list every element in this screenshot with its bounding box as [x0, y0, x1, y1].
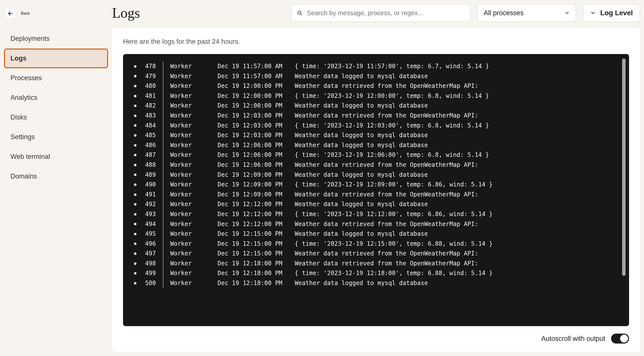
log-process: Worker [170, 72, 218, 82]
log-row: 495WorkerDec 19 12:15:00 PMWeather data … [130, 229, 629, 239]
log-process: Worker [170, 200, 218, 209]
sidebar-item-disks[interactable]: Disks [4, 108, 108, 127]
sidebar-item-analytics[interactable]: Analytics [4, 88, 108, 108]
log-timestamp: Dec 19 12:09:00 PM [218, 180, 295, 190]
sidebar-item-domains[interactable]: Domains [4, 166, 108, 186]
log-row: 479WorkerDec 19 11:57:00 AMWeather data … [130, 72, 629, 82]
search-input[interactable] [307, 9, 465, 17]
back-button[interactable] [5, 8, 16, 19]
log-scroll-area[interactable]: 478WorkerDec 19 11:57:00 AM{ time: '2023… [130, 62, 629, 319]
bullet-icon [134, 174, 136, 176]
log-message: Weather data logged to mysql database [295, 101, 428, 111]
log-row: 500WorkerDec 19 12:18:00 PMWeather data … [130, 278, 629, 288]
log-process: Worker [170, 239, 218, 249]
bullet-icon [134, 223, 136, 225]
sidebar-item-settings[interactable]: Settings [4, 127, 108, 147]
autoscroll-toggle[interactable] [611, 334, 629, 344]
back-label: Back [21, 11, 30, 16]
bullet-icon [134, 144, 136, 147]
log-row: 496WorkerDec 19 12:15:00 PM{ time: '2023… [130, 239, 629, 249]
log-timestamp: Dec 19 12:12:00 PM [218, 209, 295, 219]
log-message: Weather data logged to mysql database [295, 229, 428, 239]
log-timestamp: Dec 19 12:12:00 PM [218, 200, 295, 209]
separator [163, 209, 163, 219]
log-message: { time: '2023-12-19 12:06:00', temp: 6.8… [295, 150, 489, 160]
log-process: Worker [170, 170, 218, 180]
sidebar-item-deployments[interactable]: Deployments [4, 29, 108, 48]
log-message: Weather data logged to mysql database [295, 200, 428, 209]
log-line-number: 486 [141, 140, 156, 150]
chevron-down-icon [564, 10, 570, 16]
page-title: Logs [112, 5, 140, 21]
log-message: Weather data retrieved from the OpenWeat… [295, 81, 478, 91]
log-message: Weather data logged to mysql database [295, 130, 428, 140]
bullet-icon [134, 65, 136, 68]
log-process: Worker [170, 160, 218, 170]
bullet-icon [134, 262, 136, 265]
separator [163, 200, 163, 209]
log-process: Worker [170, 81, 218, 91]
log-timestamp: Dec 19 12:00:00 PM [218, 91, 295, 101]
separator [163, 268, 163, 278]
log-message: { time: '2023-12-19 12:03:00', temp: 6.8… [295, 121, 489, 131]
separator [163, 180, 163, 190]
process-filter-value: All processes [484, 9, 524, 17]
log-process: Worker [170, 268, 218, 278]
main: Logs All processes Log Level Here are th… [112, 0, 644, 356]
log-row: 494WorkerDec 19 12:12:00 PMWeather data … [130, 219, 629, 229]
separator [163, 229, 163, 239]
log-line-number: 493 [141, 209, 156, 219]
sidebar-item-web-terminal[interactable]: Web terminal [4, 147, 108, 166]
log-line-number: 491 [141, 190, 156, 200]
svg-point-1 [298, 11, 301, 14]
log-row: 493WorkerDec 19 12:12:00 PM{ time: '2023… [130, 209, 629, 219]
log-line-number: 482 [141, 101, 156, 111]
separator [163, 259, 163, 268]
bullet-icon [134, 242, 136, 245]
log-timestamp: Dec 19 12:03:00 PM [218, 121, 295, 131]
log-process: Worker [170, 249, 218, 259]
sidebar-item-label: Deployments [10, 35, 50, 42]
log-row: 483WorkerDec 19 12:03:00 PMWeather data … [130, 111, 629, 121]
sidebar-item-logs[interactable]: Logs [4, 48, 108, 68]
log-row: 497WorkerDec 19 12:15:00 PMWeather data … [130, 249, 629, 259]
sidebar-item-processes[interactable]: Processes [4, 68, 108, 88]
separator [163, 130, 163, 140]
log-timestamp: Dec 19 12:00:00 PM [218, 101, 295, 111]
bullet-icon [134, 75, 136, 78]
separator [163, 91, 163, 101]
log-level-button[interactable]: Log Level [583, 4, 640, 22]
separator [163, 101, 163, 111]
scrollbar[interactable] [622, 58, 626, 276]
bullet-icon [134, 114, 136, 117]
log-message: { time: '2023-12-19 11:57:00', temp: 6.7… [295, 62, 489, 72]
log-timestamp: Dec 19 12:18:00 PM [218, 268, 295, 278]
panel: Here are the logs for the past 24 hours.… [112, 28, 640, 352]
bullet-icon [134, 282, 136, 284]
log-timestamp: Dec 19 12:15:00 PM [218, 239, 295, 249]
log-process: Worker [170, 259, 218, 268]
autoscroll-label: Autoscroll with output [541, 335, 605, 342]
log-line-number: 481 [141, 91, 156, 101]
log-process: Worker [170, 101, 218, 111]
search-icon [297, 10, 302, 16]
process-filter-select[interactable]: All processes [478, 4, 576, 22]
log-line-number: 492 [141, 200, 156, 209]
log-row: 498WorkerDec 19 12:18:00 PMWeather data … [130, 259, 629, 268]
bullet-icon [134, 203, 136, 206]
separator [163, 160, 163, 170]
search-box[interactable] [291, 4, 470, 22]
log-message: { time: '2023-12-19 12:00:00', temp: 6.8… [295, 91, 489, 101]
log-row: 492WorkerDec 19 12:12:00 PMWeather data … [130, 200, 629, 209]
sidebar-item-label: Disks [10, 114, 27, 121]
log-timestamp: Dec 19 12:18:00 PM [218, 259, 295, 268]
log-process: Worker [170, 180, 218, 190]
log-row: 491WorkerDec 19 12:09:00 PMWeather data … [130, 190, 629, 200]
separator [163, 62, 163, 72]
separator [163, 150, 163, 160]
bullet-icon [134, 104, 136, 107]
bullet-icon [134, 194, 136, 196]
log-line-number: 478 [141, 62, 156, 72]
log-process: Worker [170, 111, 218, 121]
separator [163, 140, 163, 150]
